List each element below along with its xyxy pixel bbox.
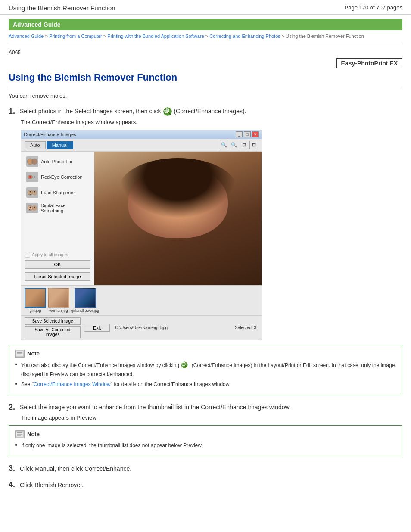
thumbnail-strip: girl.jpg woman.jpg girlandflower.jpg [21,285,262,315]
window-bottom-bar: Save Selected Image Save All Corrected I… [21,315,262,340]
thumbnail-girl-label: girl.jpg [30,308,41,313]
page-number: Page 170 of 707 pages [345,4,402,11]
step-1-header: 1. Select photos in the Select Images sc… [9,107,402,116]
svg-point-6 [29,176,31,178]
note-header-1: Note [15,349,396,358]
step-4: 4. Click Blemish Remover. [9,480,402,490]
thumbnail-girl[interactable]: girl.jpg [25,288,46,313]
panel-red-eye[interactable]: Red-Eye Correction [25,171,90,184]
window-titlebar: Correct/Enhance Images _ □ ✕ [21,130,262,139]
svg-point-10 [34,191,35,192]
page-header: Using the Blemish Remover Function Page … [0,0,411,15]
panel-face-sharpener[interactable]: Face Sharpener [25,186,90,199]
step-2: 2. Select the image you want to enhance … [9,403,402,456]
thumbnail-girlandflower[interactable]: girlandflower.jpg [71,288,99,313]
correct-enhance-window: Correct/Enhance Images _ □ ✕ Auto Manual… [21,130,262,340]
auto-photo-fix-icon [26,156,38,167]
window-toolbar: Auto Manual 🔍 🔍 ⊞ ⊟ [21,139,262,152]
note-label-1: Note [27,349,40,358]
note-header-2: Note [15,430,396,439]
breadcrumb-printing-from[interactable]: Printing from a Computer [49,34,102,39]
apply-all-checkbox[interactable] [25,252,30,258]
correct-enhance-icon [163,107,172,116]
step-3-header: 3. Click Manual, then click Correct/Enha… [9,464,402,473]
step-3-text: Click Manual, then click Correct/Enhance… [20,464,131,473]
tab-manual[interactable]: Manual [47,141,73,149]
restore-button[interactable]: □ [244,131,251,137]
red-eye-label: Red-Eye Correction [41,174,83,180]
correct-enhance-link[interactable]: Correct/Enhance Images Window [34,381,111,387]
note-box-2: Note If only one image is selected, the … [9,425,402,456]
note-list-2: If only one image is selected, the thumb… [15,442,396,450]
auto-photo-fix-label: Auto Photo Fix [41,159,72,164]
exit-button[interactable]: Exit [84,324,110,332]
reset-button[interactable]: Reset Selected Image [25,272,90,281]
save-all-button[interactable]: Save All Corrected Images [25,326,81,338]
actual-size-icon[interactable]: ⊟ [249,141,258,149]
minimize-button[interactable]: _ [236,131,243,137]
note-box-1: Note You can also display the Correct/En… [9,345,402,395]
preview-panel [94,152,262,285]
thumbnail-woman[interactable]: woman.jpg [48,288,69,313]
apply-all-label: Apply to all images [32,252,68,257]
status-path: C:\Users\UserName\girl.jpg [115,325,168,330]
panel-digital-face[interactable]: Digital Face Smoothing [25,202,90,215]
breadcrumb-bundled-software[interactable]: Printing with the Bundled Application So… [107,34,204,39]
zoom-out-icon[interactable]: 🔍 [230,141,238,149]
thumbnail-girlandflower-label: girlandflower.jpg [71,308,99,313]
face-sharpener-label: Face Sharpener [41,190,75,195]
step-1-number: 1. [9,107,17,116]
save-buttons: Save Selected Image Save All Corrected I… [25,317,81,338]
advanced-guide-banner: Advanced Guide [9,19,402,30]
step-4-number: 4. [9,480,17,489]
window-title-text: Correct/Enhance Images [24,132,76,137]
svg-point-1 [165,109,168,112]
panel-auto-photo-fix[interactable]: Auto Photo Fix [25,155,90,168]
content-area: Using the Blemish Remover Function You c… [0,72,411,505]
breadcrumb-advanced-guide[interactable]: Advanced Guide [9,34,44,39]
fit-icon[interactable]: ⊞ [240,141,248,149]
status-bar: C:\Users\UserName\girl.jpg Selected: 3 [113,325,258,330]
zoom-in-icon[interactable]: 🔍 [220,141,228,149]
step-2-subtext: The image appears in Preview. [21,414,402,421]
toolbar-icons: 🔍 🔍 ⊞ ⊟ [220,141,258,149]
note-icon-1 [15,350,25,358]
step-2-text: Select the image you want to enhance fro… [20,403,291,412]
step-3: 3. Click Manual, then click Correct/Enha… [9,464,402,473]
step-4-text: Click Blemish Remover. [20,481,84,490]
digital-face-label: Digital Face Smoothing [40,203,89,213]
product-badge: Easy-PhotoPrint EX [336,58,402,68]
status-selected: Selected: 3 [235,325,256,330]
thumbnail-girl-img[interactable] [25,288,46,308]
red-eye-icon [26,172,38,182]
close-button[interactable]: ✕ [252,131,259,137]
ok-button[interactable]: OK [25,260,90,269]
banner-label: Advanced Guide [13,21,60,28]
svg-point-12 [29,206,31,208]
apply-all-checkbox-row[interactable]: Apply to all images [25,252,90,258]
preview-image [94,152,262,285]
breadcrumb-current: Using the Blemish Remover Function [286,34,364,39]
intro-text: You can remove moles. [9,93,402,99]
tab-group: Auto Manual [25,141,73,149]
note-item-1-1: See "Correct/Enhance Images Window" for … [15,380,396,389]
step-1: 1. Select photos in the Select Images sc… [9,107,402,395]
tab-auto[interactable]: Auto [25,141,46,149]
thumbnail-girlandflower-img[interactable] [75,288,96,308]
thumbnail-woman-img[interactable] [48,288,69,308]
svg-point-9 [32,190,37,195]
left-panel: Auto Photo Fix Red-Eye Correction [21,152,94,285]
step-3-number: 3. [9,464,17,473]
code-ref: A065 [9,50,402,56]
step-1-text: Select photos in the Select Images scree… [20,107,246,116]
note-inline-icon [181,361,190,370]
breadcrumb-correcting[interactable]: Correcting and Enhancing Photos [209,34,280,39]
save-selected-button[interactable]: Save Selected Image [25,317,81,325]
svg-point-13 [32,205,37,211]
face-sharpener-icon [26,187,38,198]
svg-point-8 [30,191,31,192]
step-2-number: 2. [9,403,17,412]
step-4-header: 4. Click Blemish Remover. [9,480,402,490]
breadcrumb: Advanced Guide > Printing from a Compute… [9,33,402,44]
note-item-2-0: If only one image is selected, the thumb… [15,442,396,450]
